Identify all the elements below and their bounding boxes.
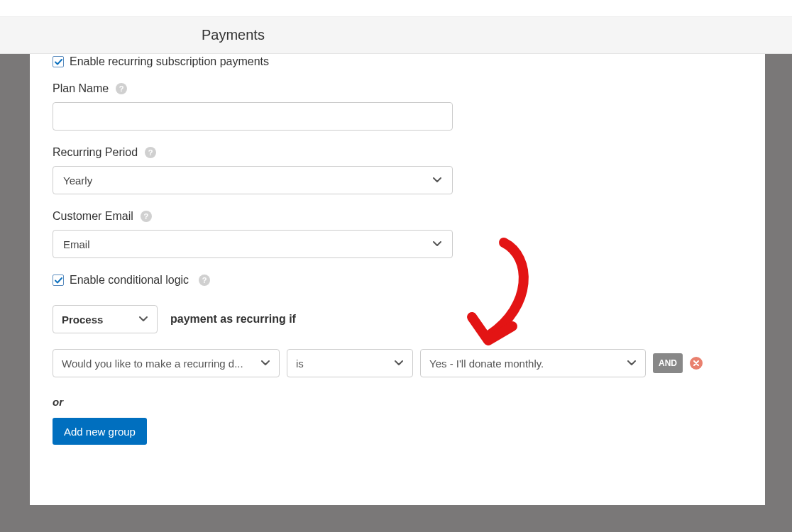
rule-action-row: Process payment as recurring if bbox=[53, 305, 742, 333]
plan-name-label-row: Plan Name ? bbox=[53, 82, 742, 95]
enable-logic-row[interactable]: Enable conditional logic ? bbox=[53, 274, 742, 287]
recurring-period-block: Recurring Period ? Yearly bbox=[53, 146, 742, 194]
condition-value-text: Yes - I'll donate monthly. bbox=[429, 358, 544, 370]
enable-logic-checkbox[interactable] bbox=[53, 275, 64, 286]
condition-value-select[interactable]: Yes - I'll donate monthly. bbox=[420, 349, 646, 377]
recurring-period-select[interactable]: Yearly bbox=[53, 166, 453, 194]
enable-recurring-checkbox[interactable] bbox=[53, 56, 64, 67]
plan-name-label: Plan Name bbox=[53, 82, 109, 95]
top-strip bbox=[0, 0, 792, 17]
modal-header: Payments bbox=[0, 17, 792, 54]
customer-email-block: Customer Email ? Email bbox=[53, 210, 742, 258]
chevron-down-icon bbox=[394, 360, 404, 367]
chevron-down-icon bbox=[627, 360, 637, 367]
modal-title: Payments bbox=[202, 27, 265, 43]
enable-logic-label: Enable conditional logic bbox=[70, 274, 189, 287]
rule-action-value: Process bbox=[62, 314, 103, 326]
and-button[interactable]: AND bbox=[653, 353, 683, 373]
modal-body: Enable recurring subscription payments P… bbox=[30, 54, 765, 505]
check-icon bbox=[55, 277, 62, 284]
customer-email-select[interactable]: Email bbox=[53, 230, 453, 258]
help-icon[interactable]: ? bbox=[116, 83, 127, 94]
or-label: or bbox=[53, 396, 742, 408]
condition-field-select[interactable]: Would you like to make a recurring d... bbox=[53, 349, 280, 377]
condition-operator-select[interactable]: is bbox=[287, 349, 413, 377]
chevron-down-icon bbox=[432, 177, 442, 184]
customer-email-label: Customer Email bbox=[53, 210, 133, 223]
help-icon[interactable]: ? bbox=[141, 211, 152, 222]
condition-field-value: Would you like to make a recurring d... bbox=[62, 358, 243, 370]
chevron-down-icon bbox=[260, 360, 270, 367]
rule-action-text: payment as recurring if bbox=[170, 313, 296, 326]
rule-action-select[interactable]: Process bbox=[53, 305, 158, 333]
help-icon[interactable]: ? bbox=[199, 275, 210, 286]
plan-name-block: Plan Name ? bbox=[53, 82, 742, 131]
condition-operator-value: is bbox=[296, 358, 304, 370]
enable-recurring-row[interactable]: Enable recurring subscription payments bbox=[53, 55, 742, 68]
enable-recurring-label: Enable recurring subscription payments bbox=[70, 55, 269, 68]
plan-name-input[interactable] bbox=[53, 102, 453, 131]
close-icon bbox=[693, 360, 700, 367]
recurring-period-label-row: Recurring Period ? bbox=[53, 146, 742, 159]
add-new-group-button[interactable]: Add new group bbox=[53, 418, 147, 445]
check-icon bbox=[55, 59, 62, 65]
chevron-down-icon bbox=[138, 316, 148, 323]
recurring-period-value: Yearly bbox=[63, 174, 92, 187]
customer-email-label-row: Customer Email ? bbox=[53, 210, 742, 223]
remove-condition-button[interactable] bbox=[690, 357, 703, 370]
recurring-period-label: Recurring Period bbox=[53, 146, 138, 159]
condition-row: Would you like to make a recurring d... … bbox=[53, 349, 742, 377]
help-icon[interactable]: ? bbox=[145, 147, 156, 158]
customer-email-value: Email bbox=[63, 238, 90, 250]
chevron-down-icon bbox=[432, 240, 442, 248]
